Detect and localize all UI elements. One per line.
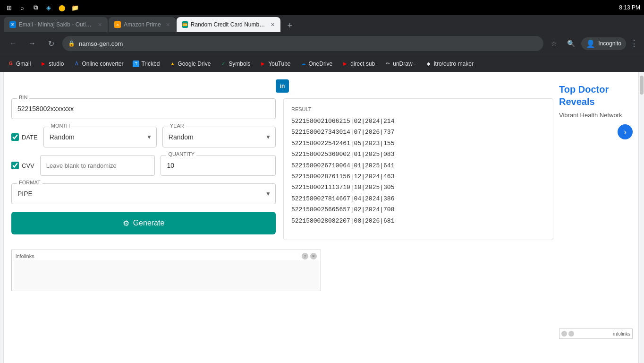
tab-outlook-title: Email - Minhaj Sakib - Outlook (19, 21, 93, 28)
quantity-input[interactable] (161, 155, 276, 176)
bookmark-studio-label: studio (49, 60, 64, 67)
bookmark-converter[interactable]: A Online converter (69, 59, 127, 69)
cvv-label: CVV (22, 162, 34, 169)
star-icon[interactable]: ☆ (547, 37, 560, 50)
right-scrollbar[interactable] (638, 72, 644, 363)
bookmark-drive[interactable]: ▲ Google Drive (165, 59, 214, 69)
zoom-icon[interactable]: 🔍 (564, 37, 577, 50)
ad-arrow-area: › (559, 124, 633, 139)
chrome-menu-button[interactable]: ⋮ (630, 38, 638, 49)
bookmark-gmail[interactable]: G Gmail (4, 59, 34, 69)
main-column: in BIN (11, 79, 553, 343)
bookmark-trickbd[interactable]: T Trickbd (129, 59, 163, 69)
cvv-checkbox-group: CVV (11, 162, 34, 169)
bookmark-onedrive-label: OneDrive (309, 60, 333, 67)
symbols-icon: ✓ (220, 60, 227, 67)
infolinks-right-controls (561, 331, 574, 337)
edge-icon[interactable]: ◈ (43, 2, 54, 13)
tab-namso-close[interactable]: ✕ (271, 22, 275, 28)
ad-card: Top Doctor Reveals Vibrant Health Networ… (559, 83, 633, 139)
infolinks-banner: infolinks ? ✕ (11, 250, 321, 291)
infolinks-right-info[interactable] (561, 331, 567, 337)
tab-outlook-close[interactable]: ✕ (98, 22, 102, 28)
address-right: ☆ 🔍 👤 Incognito ⋮ (547, 37, 638, 50)
result-label: RESULT (291, 106, 545, 112)
infolinks-info-icon[interactable]: ? (302, 253, 308, 259)
bin-label: BIN (17, 95, 29, 100)
tab-namso[interactable]: 💳 Random Credit Card Numbers G... ✕ (177, 17, 280, 32)
right-ad-panel: Top Doctor Reveals Vibrant Health Networ… (553, 79, 638, 343)
bookmark-converter-label: Online converter (82, 60, 123, 67)
ad-title: Top Doctor Reveals (559, 83, 633, 108)
taskbar-right: 8:13 PM (619, 4, 640, 11)
result-line-10: 5221580028082207|08|2026|681 (291, 216, 545, 226)
bookmark-youtube[interactable]: ▶ YouTube (256, 59, 294, 69)
scrollbar-thumb[interactable] (640, 76, 644, 95)
file-explorer-icon[interactable]: 📁 (70, 2, 80, 13)
namso-favicon: 💳 (182, 21, 188, 28)
forward-button[interactable]: → (25, 36, 40, 51)
infolinks-right: infolinks (559, 328, 633, 339)
bookmark-onedrive[interactable]: ☁ OneDrive (297, 59, 337, 69)
reload-button[interactable]: ↻ (43, 36, 59, 51)
month-select-group: MONTH Random ▼ (43, 127, 157, 147)
infolinks-close-icon[interactable]: ✕ (310, 253, 317, 259)
quantity-input-group: QUANTITY (161, 155, 276, 176)
form-result-row: BIN DATE MONTH (11, 98, 553, 240)
bookmark-symbols-label: Symbols (229, 60, 250, 67)
generate-label: Generate (133, 219, 165, 227)
bookmark-symbols[interactable]: ✓ Symbols (216, 59, 254, 69)
date-checkbox[interactable] (11, 133, 19, 141)
page-scroll-area[interactable]: in BIN (4, 72, 638, 363)
ad-arrow-button[interactable]: › (618, 124, 633, 139)
infolinks-content (14, 260, 319, 289)
bookmark-undraw[interactable]: ✏ unDraw - (381, 59, 420, 69)
result-line-5: 5221580026710064|01|2025|641 (291, 160, 545, 171)
result-line-3: 5221580022542461|05|2023|155 (291, 138, 545, 149)
gear-icon: ⚙ (123, 219, 129, 228)
month-label: MONTH (49, 123, 72, 129)
result-section: RESULT 5221580021066215|02|2024|214 5221… (283, 98, 553, 240)
bookmark-intro-label: itro/outro maker (434, 60, 474, 67)
cvv-checkbox[interactable] (11, 162, 19, 169)
bookmark-gmail-label: Gmail (16, 60, 31, 67)
year-select[interactable]: Random (162, 127, 276, 147)
linkedin-icon[interactable]: in (276, 79, 289, 93)
taskbar-time: 8:13 PM (619, 4, 640, 11)
directsub-icon: ▶ (342, 60, 348, 67)
format-select[interactable]: PIPE (11, 183, 276, 204)
infolinks-right-close[interactable] (568, 331, 574, 337)
result-line-1: 5221580021066215|02|2024|214 (291, 116, 545, 127)
bookmark-directsub-label: direct sub (350, 60, 375, 67)
new-tab-button[interactable]: + (283, 19, 297, 32)
converter-icon: A (73, 60, 80, 67)
cvv-input[interactable] (40, 155, 155, 176)
bookmark-trickbd-label: Trickbd (141, 60, 160, 67)
cvv-input-group (40, 155, 155, 176)
bin-input[interactable] (11, 98, 276, 119)
start-icon[interactable]: ⊞ (4, 2, 14, 13)
bookmark-intro[interactable]: ◆ itro/outro maker (422, 59, 477, 69)
youtube-icon: ▶ (260, 60, 266, 67)
tab-amazon[interactable]: a Amazon Prime ✕ (109, 17, 176, 32)
address-input[interactable]: 🔒 namso-gen.com (62, 36, 543, 51)
tab-amazon-close[interactable]: ✕ (166, 22, 170, 28)
tab-amazon-title: Amazon Prime (124, 21, 161, 28)
infolinks-label: infolinks (16, 253, 34, 259)
date-label: DATE (22, 134, 38, 141)
chrome-icon[interactable]: ⬤ (57, 2, 67, 13)
result-line-8: 5221580027814667|04|2024|386 (291, 193, 545, 204)
year-select-group: YEAR Random ▼ (162, 127, 276, 147)
generate-button[interactable]: ⚙ Generate (11, 212, 276, 234)
bookmark-directsub[interactable]: ▶ direct sub (338, 59, 379, 69)
task-view-icon[interactable]: ⧉ (30, 2, 41, 13)
result-line-7: 5221580021113710|10|2025|305 (291, 182, 545, 193)
search-icon[interactable]: ⌕ (17, 2, 27, 13)
chrome-window: ⊞ ⌕ ⧉ ◈ ⬤ 📁 8:13 PM ✉ Email - Minhaj Sak… (0, 0, 644, 363)
bookmark-youtube-label: YouTube (268, 60, 290, 67)
back-button[interactable]: ← (6, 36, 21, 51)
month-select[interactable]: Random (43, 127, 157, 147)
result-line-4: 5221580025360002|01|2025|083 (291, 149, 545, 160)
tab-outlook[interactable]: ✉ Email - Minhaj Sakib - Outlook ✕ (4, 17, 108, 32)
bookmark-studio[interactable]: ▶ studio (36, 59, 68, 69)
